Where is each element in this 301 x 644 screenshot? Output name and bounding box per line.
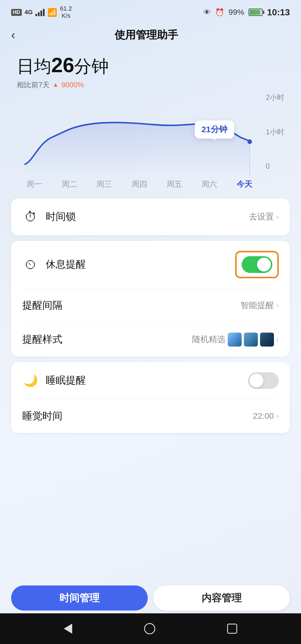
system-nav-bar bbox=[0, 613, 301, 644]
time-lock-action[interactable]: 去设置 › bbox=[249, 211, 279, 222]
signal-4g-label: 4G bbox=[25, 9, 33, 16]
sleep-reminder-label: 睡眠提醒 bbox=[46, 374, 248, 387]
recent-square-icon bbox=[227, 624, 237, 634]
daily-avg-label: 日均 bbox=[17, 57, 51, 76]
stats-section: 日均26分钟 相比前7天 ▲ 9000% bbox=[11, 47, 290, 93]
day-label-thu: 周四 bbox=[132, 179, 147, 190]
signal-bars bbox=[35, 8, 45, 16]
nav-home-button[interactable] bbox=[144, 623, 155, 634]
time-lock-card: ⏱ 时间锁 去设置 › bbox=[11, 198, 290, 235]
sleep-reminder-icon: 🌙 bbox=[22, 372, 39, 389]
chart-tooltip: 21分钟 bbox=[195, 120, 234, 139]
daily-avg-unit: 分钟 bbox=[74, 57, 109, 76]
time-management-tab[interactable]: 时间管理 bbox=[11, 585, 148, 611]
sleep-time-label: 睡觉时间 bbox=[22, 409, 253, 423]
style-thumbnails bbox=[228, 333, 274, 347]
day-label-wed: 周三 bbox=[96, 179, 112, 190]
sleep-reminder-card: 🌙 睡眠提醒 睡觉时间 22:00 › bbox=[11, 362, 290, 433]
alarm-icon: ⏰ bbox=[215, 8, 224, 17]
y-label-0: 0 bbox=[266, 162, 284, 171]
rest-reminder-card: ⏲ 休息提醒 提醒间隔 智能提醒 › 提醒样式 随机精选 bbox=[11, 241, 290, 357]
rest-reminder-label: 休息提醒 bbox=[46, 258, 235, 271]
reminder-interval-action-label: 智能提醒 bbox=[241, 300, 274, 311]
main-content: 日均26分钟 相比前7天 ▲ 9000% 2小时 1小时 0 bbox=[0, 47, 301, 433]
sleep-time-row[interactable]: 睡觉时间 22:00 › bbox=[11, 399, 290, 433]
time-lock-icon: ⏱ bbox=[22, 209, 39, 225]
day-labels: 周一 周二 周三 周四 周五 周六 今天 bbox=[17, 176, 262, 190]
bottom-tabs: 时间管理 内容管理 bbox=[11, 585, 290, 611]
day-label-mon: 周一 bbox=[26, 179, 42, 190]
status-right: 👁 ⏰ 99% 10:13 bbox=[203, 7, 290, 18]
battery-percent: 99% bbox=[229, 8, 244, 17]
status-left: HD 4G 📶 61.2 K/s bbox=[11, 5, 72, 20]
sleep-time-chevron: › bbox=[276, 411, 279, 420]
nav-back-button[interactable] bbox=[64, 624, 72, 634]
reminder-style-row[interactable]: 提醒样式 随机精选 › bbox=[11, 323, 290, 357]
sleep-time-value: 22:00 bbox=[253, 411, 274, 421]
status-bar: HD 4G 📶 61.2 K/s 👁 ⏰ 99% 10:13 bbox=[0, 0, 301, 22]
sleep-toggle-knob bbox=[249, 374, 263, 388]
y-label-2h: 2小时 bbox=[266, 93, 284, 102]
tooltip-value: 21分钟 bbox=[202, 125, 227, 134]
toggle-knob bbox=[257, 258, 271, 272]
page-title: 使用管理助手 bbox=[15, 28, 278, 42]
time-lock-action-label: 去设置 bbox=[249, 211, 274, 222]
eye-icon: 👁 bbox=[203, 8, 211, 17]
day-label-fri: 周五 bbox=[167, 179, 182, 190]
rest-reminder-icon: ⏲ bbox=[22, 256, 39, 273]
rest-reminder-toggle[interactable] bbox=[242, 256, 272, 273]
style-thumb-1 bbox=[228, 333, 242, 347]
sleep-reminder-row: 🌙 睡眠提醒 bbox=[11, 362, 290, 399]
wifi-icon: 📶 bbox=[47, 8, 57, 17]
style-thumb-3 bbox=[260, 333, 274, 347]
up-arrow-icon: ▲ bbox=[52, 81, 59, 88]
time-lock-chevron: › bbox=[276, 212, 279, 221]
back-triangle-icon bbox=[64, 624, 72, 634]
chart-area: 21分钟 bbox=[17, 98, 262, 176]
comparison-label: 相比前7天 bbox=[17, 80, 50, 90]
battery-icon bbox=[249, 9, 263, 16]
home-circle-icon bbox=[144, 623, 155, 634]
reminder-style-action[interactable]: 随机精选 › bbox=[192, 333, 279, 347]
nav-bar: ‹ 使用管理助手 bbox=[0, 22, 301, 47]
sleep-time-action[interactable]: 22:00 › bbox=[253, 411, 279, 421]
reminder-interval-action[interactable]: 智能提醒 › bbox=[241, 300, 279, 311]
reminder-interval-chevron: › bbox=[276, 301, 279, 310]
reminder-style-action-label: 随机精选 bbox=[192, 334, 225, 345]
daily-avg-value: 26 bbox=[51, 54, 74, 77]
day-label-tue: 周二 bbox=[62, 179, 77, 190]
time-display: 10:13 bbox=[267, 7, 290, 18]
style-thumb-2 bbox=[244, 333, 258, 347]
network-speed: 61.2 K/s bbox=[60, 5, 72, 20]
rest-reminder-toggle-highlight bbox=[235, 251, 279, 278]
sleep-reminder-toggle[interactable] bbox=[248, 372, 279, 389]
reminder-style-label: 提醒样式 bbox=[22, 333, 192, 346]
time-lock-row[interactable]: ⏱ 时间锁 去设置 › bbox=[11, 198, 290, 235]
nav-recent-button[interactable] bbox=[227, 624, 237, 634]
rest-reminder-row: ⏲ 休息提醒 bbox=[11, 241, 290, 288]
reminder-interval-label: 提醒间隔 bbox=[22, 299, 241, 312]
usage-chart-section: 2小时 1小时 0 bbox=[11, 93, 290, 198]
time-lock-label: 时间锁 bbox=[46, 210, 249, 224]
y-label-1h: 1小时 bbox=[266, 127, 284, 137]
reminder-interval-row[interactable]: 提醒间隔 智能提醒 › bbox=[11, 289, 290, 322]
content-management-tab[interactable]: 内容管理 bbox=[153, 585, 290, 611]
day-label-today: 今天 bbox=[237, 179, 252, 190]
reminder-style-chevron: › bbox=[276, 335, 279, 344]
daily-average-display: 日均26分钟 bbox=[17, 53, 284, 78]
comparison-row: 相比前7天 ▲ 9000% bbox=[17, 80, 284, 90]
day-label-sat: 周六 bbox=[202, 179, 217, 190]
chart-y-labels: 2小时 1小时 0 bbox=[266, 93, 284, 171]
hd-badge: HD bbox=[11, 9, 22, 16]
back-button[interactable]: ‹ bbox=[11, 28, 15, 42]
comparison-percent: 9000% bbox=[61, 81, 84, 89]
